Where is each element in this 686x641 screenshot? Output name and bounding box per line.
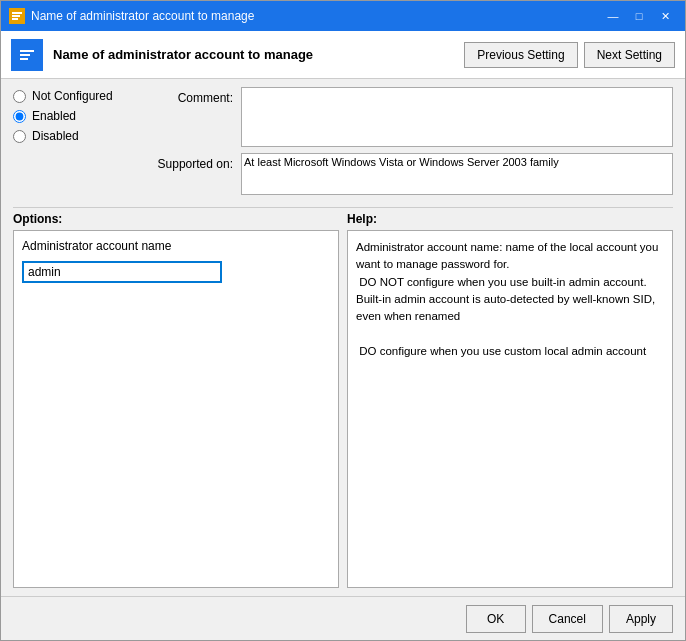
content-area: Not Configured Enabled Disabled Comment: xyxy=(1,79,685,596)
svg-rect-1 xyxy=(12,12,22,14)
options-panel: Administrator account name xyxy=(13,230,339,588)
bottom-panels: Administrator account name Administrator… xyxy=(13,230,673,588)
help-header: Help: xyxy=(339,212,673,226)
minimize-button[interactable]: — xyxy=(601,6,625,26)
maximize-button[interactable]: □ xyxy=(627,6,651,26)
close-button[interactable]: ✕ xyxy=(653,6,677,26)
comment-row: Comment: xyxy=(143,87,673,147)
top-section: Not Configured Enabled Disabled Comment: xyxy=(13,87,673,195)
radio-group: Not Configured Enabled Disabled xyxy=(13,87,133,195)
radio-enabled-label: Enabled xyxy=(32,109,76,123)
window-icon xyxy=(9,8,25,24)
header-buttons: Previous Setting Next Setting xyxy=(464,42,675,68)
header-icon xyxy=(11,39,43,71)
supported-label: Supported on: xyxy=(143,153,233,171)
comment-label: Comment: xyxy=(143,87,233,105)
options-header: Options: xyxy=(13,212,339,226)
cancel-button[interactable]: Cancel xyxy=(532,605,603,633)
radio-disabled-label: Disabled xyxy=(32,129,79,143)
radio-not-configured-label: Not Configured xyxy=(32,89,113,103)
supported-textarea xyxy=(241,153,673,195)
apply-button[interactable]: Apply xyxy=(609,605,673,633)
options-panel-title: Administrator account name xyxy=(22,239,330,253)
admin-account-name-input[interactable] xyxy=(22,261,222,283)
help-panel: Administrator account name: name of the … xyxy=(347,230,673,588)
radio-not-configured-input[interactable] xyxy=(13,90,26,103)
comment-textarea[interactable] xyxy=(241,87,673,147)
previous-setting-button[interactable]: Previous Setting xyxy=(464,42,577,68)
supported-row: Supported on: xyxy=(143,153,673,195)
title-bar-controls: — □ ✕ xyxy=(601,6,677,26)
radio-disabled[interactable]: Disabled xyxy=(13,129,133,143)
right-fields: Comment: Supported on: xyxy=(143,87,673,195)
header-bar: Name of administrator account to manage … xyxy=(1,31,685,79)
header-title: Name of administrator account to manage xyxy=(53,47,464,62)
title-bar: Name of administrator account to manage … xyxy=(1,1,685,31)
help-text: Administrator account name: name of the … xyxy=(356,241,662,357)
radio-enabled[interactable]: Enabled xyxy=(13,109,133,123)
radio-disabled-input[interactable] xyxy=(13,130,26,143)
section-divider xyxy=(13,207,673,208)
radio-not-configured[interactable]: Not Configured xyxy=(13,89,133,103)
section-headers: Options: Help: xyxy=(13,212,673,226)
svg-rect-6 xyxy=(20,54,30,56)
svg-rect-3 xyxy=(12,18,18,20)
svg-rect-2 xyxy=(12,15,20,17)
radio-enabled-input[interactable] xyxy=(13,110,26,123)
ok-button[interactable]: OK xyxy=(466,605,526,633)
title-bar-text: Name of administrator account to manage xyxy=(31,9,601,23)
footer: OK Cancel Apply xyxy=(1,596,685,640)
svg-rect-7 xyxy=(20,58,28,60)
svg-rect-5 xyxy=(20,50,34,52)
next-setting-button[interactable]: Next Setting xyxy=(584,42,675,68)
main-window: Name of administrator account to manage … xyxy=(0,0,686,641)
